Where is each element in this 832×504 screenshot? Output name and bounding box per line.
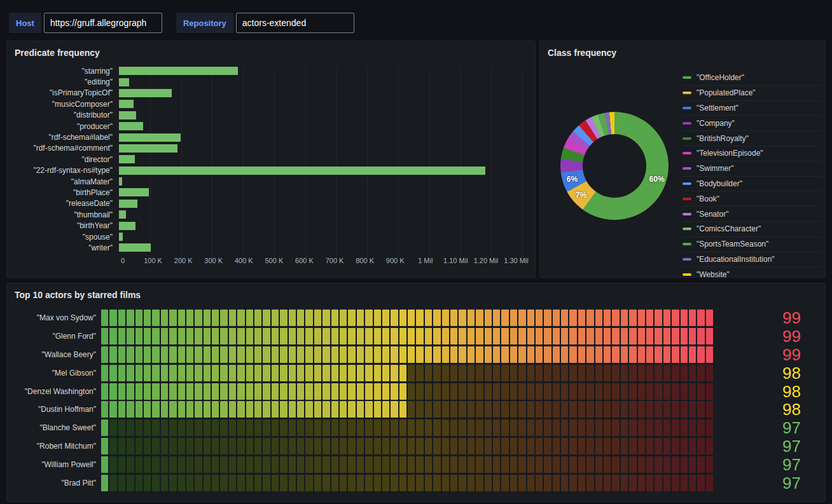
gauge-cell <box>399 310 406 326</box>
gauge-cell <box>689 346 696 363</box>
predicate-bar <box>119 144 177 153</box>
gauge-cell <box>672 456 679 473</box>
legend-item[interactable]: "Settlement" <box>683 101 821 116</box>
gauge-cell <box>280 365 287 381</box>
legend-item[interactable]: "SportsTeamSeason" <box>683 237 821 252</box>
gauge-cell <box>195 383 202 400</box>
gauge-cell <box>357 456 364 473</box>
gauge-cell <box>109 401 116 418</box>
gauge-cell <box>178 401 185 418</box>
gauge-cell <box>263 419 270 436</box>
legend-item[interactable]: "Company" <box>683 116 821 131</box>
gauge-cell <box>169 310 176 326</box>
gauge-cell <box>161 383 168 400</box>
predicate-category-label: "22-rdf-syntax-ns#type" <box>11 166 119 175</box>
gauge-cell <box>527 383 534 400</box>
gauge-cell <box>493 438 500 454</box>
legend-label: "Company" <box>697 119 735 128</box>
gauge-cell <box>340 383 347 400</box>
predicate-bar <box>119 100 134 108</box>
gauge-cell <box>468 346 475 363</box>
gauge-cell <box>118 456 125 473</box>
gauge-cell <box>109 419 116 436</box>
gauge-cell <box>468 456 475 473</box>
gauge-cell <box>697 419 704 436</box>
gauge-cell <box>322 438 329 454</box>
gauge-cell <box>672 438 679 454</box>
gauge-cell <box>382 346 389 363</box>
gauge-cell <box>604 419 611 436</box>
actor-gauge <box>101 475 713 491</box>
gauge-cell <box>348 328 355 344</box>
gauge-cell <box>697 401 704 418</box>
gauge-cell <box>544 438 551 454</box>
gauge-cell <box>305 401 312 418</box>
gauge-cell <box>229 383 236 400</box>
gauge-cell <box>493 419 500 436</box>
gauge-cell <box>604 346 611 363</box>
gauge-cell <box>101 328 108 344</box>
legend-item[interactable]: "Senator" <box>683 207 821 222</box>
gauge-cell <box>442 346 449 363</box>
legend-item[interactable]: "TelevisionEpisode" <box>683 146 821 161</box>
gauge-cell <box>629 346 636 363</box>
legend-item[interactable]: "PopulatedPlace" <box>683 86 821 101</box>
host-input[interactable] <box>44 13 162 33</box>
predicate-category-label: "almaMater" <box>11 177 119 186</box>
gauge-cell <box>305 438 312 454</box>
legend-item[interactable]: "ComicsCharacter" <box>683 222 821 237</box>
gauge-cell <box>305 310 312 326</box>
gauge-cell <box>697 383 704 400</box>
gauge-cell <box>374 365 381 381</box>
gauge-cell <box>578 438 585 454</box>
gauge-cell <box>280 419 287 436</box>
gauge-cell <box>518 419 525 436</box>
gauge-cell <box>152 310 159 326</box>
gauge-cell <box>144 328 151 344</box>
gauge-cell <box>280 328 287 344</box>
gauge-cell <box>485 419 492 436</box>
gauge-cell <box>195 310 202 326</box>
gauge-cell <box>280 346 287 363</box>
gauge-cell <box>476 383 483 400</box>
gauge-cell <box>425 346 432 363</box>
host-field: Host <box>9 13 162 33</box>
gauge-cell <box>246 346 253 363</box>
legend-item[interactable]: "EducationalInstitution" <box>683 252 821 268</box>
predicate-row: "distributor" <box>11 110 529 121</box>
gauge-cell <box>536 419 543 436</box>
legend-item[interactable]: "Bodybuilder" <box>683 177 821 192</box>
class-frequency-panel: Class frequency 60%7%6% "OfficeHolder""P… <box>539 41 826 278</box>
gauge-cell <box>706 328 713 344</box>
predicate-row: "musicComposer" <box>11 99 529 109</box>
gauge-cell <box>178 419 185 436</box>
legend-color-marker <box>683 228 691 230</box>
gauge-cell <box>280 310 287 326</box>
repository-input[interactable] <box>236 13 354 33</box>
gauge-cell <box>706 475 713 491</box>
gauge-cell <box>186 419 193 436</box>
gauge-cell <box>280 383 287 400</box>
gauge-cell <box>348 419 355 436</box>
gauge-cell <box>493 346 500 363</box>
gauge-cell <box>561 310 568 326</box>
gauge-cell <box>178 365 185 381</box>
legend-item[interactable]: "Website" <box>683 267 821 277</box>
gauge-cell <box>689 456 696 473</box>
gauge-cell <box>365 310 372 326</box>
legend-item[interactable]: "BritishRoyalty" <box>683 131 821 146</box>
gauge-cell <box>536 475 543 491</box>
gauge-cell <box>586 475 593 491</box>
legend-item[interactable]: "Book" <box>683 191 821 207</box>
predicate-category-label: "isPrimaryTopicOf" <box>11 88 119 97</box>
actor-value: 97 <box>713 475 825 491</box>
gauge-cell <box>408 456 415 473</box>
gauge-cell <box>118 438 125 454</box>
legend-item[interactable]: "Swimmer" <box>683 161 821 177</box>
gauge-cell <box>672 401 679 418</box>
gauge-cell <box>118 365 125 381</box>
legend-item[interactable]: "OfficeHolder" <box>683 71 821 86</box>
gauge-cell <box>476 365 483 381</box>
gauge-cell <box>144 475 151 491</box>
gauge-cell <box>204 475 211 491</box>
